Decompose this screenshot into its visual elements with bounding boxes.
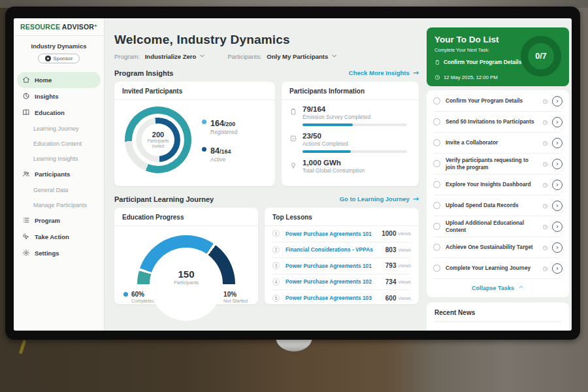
completed-dot-icon — [123, 292, 128, 297]
program-insights-header: Program Insights Check More Insights → — [114, 69, 419, 77]
stat-global-consumption: 1,000 GWh Total Global Consumption — [289, 159, 410, 174]
sidebar-item-home[interactable]: Home — [17, 72, 101, 88]
lesson-link[interactable]: Power Purchase Agreements 101 — [286, 231, 382, 237]
people-icon — [22, 170, 30, 179]
go-to-learning-journey-link[interactable]: Go to Learning Journey → — [340, 195, 419, 203]
clock-icon — [542, 137, 548, 149]
lesson-views: 734 — [385, 278, 397, 286]
lesson-row-3[interactable]: 3 Power Purchase Agreements 101 793 view… — [272, 258, 411, 274]
check-more-insights-link[interactable]: Check More Insights → — [349, 69, 419, 77]
brand-name-2: ADVISOR — [62, 23, 94, 31]
task-label: Send 50 Invitations to Participants — [446, 118, 539, 125]
brand-name-1: RESOURCE — [20, 23, 60, 31]
sidebar-item-insights[interactable]: Insights — [14, 88, 104, 105]
lesson-row-2[interactable]: 2 Financial Considerations - VPPAs 803 v… — [272, 242, 411, 259]
sidebar-item-learning-journey[interactable]: Learning Journey — [14, 121, 104, 136]
chevron-up-icon — [518, 284, 524, 291]
active-label: Active — [210, 156, 231, 163]
sidebar-item-education-content[interactable]: Education Content — [14, 136, 104, 151]
task-label: Invite a Collaborator — [446, 139, 539, 146]
registered-value: 164 — [210, 119, 224, 128]
task-go-button[interactable]: › — [552, 221, 563, 232]
sidebar-item-settings[interactable]: Settings — [14, 245, 104, 261]
task-label: Explore Your Insights Dashboard — [446, 181, 539, 188]
task-checkbox[interactable] — [433, 181, 440, 188]
task-row-8[interactable]: Achieve One Sustainability Target › — [433, 237, 563, 258]
task-go-button[interactable]: › — [552, 180, 563, 190]
task-checkbox[interactable] — [433, 265, 440, 272]
org-name: Industry Dynamics — [14, 42, 104, 50]
registered-label: Registered — [210, 129, 237, 135]
pie-chart-icon — [22, 92, 30, 101]
task-row-1[interactable]: Confirm Your Program Details › — [433, 91, 563, 112]
clock-icon — [542, 179, 548, 191]
views-word: views — [399, 279, 412, 285]
lesson-row-1[interactable]: 1 Power Purchase Agreements 101 1000 vie… — [272, 226, 411, 242]
rank-badge: 2 — [272, 246, 280, 253]
lesson-row-4[interactable]: 4 Power Purchase Agreements 102 734 view… — [272, 274, 411, 291]
task-row-7[interactable]: Upload Additional Educational Content › — [433, 216, 563, 237]
clipboard-icon — [434, 56, 440, 68]
stat-actions-completed: 23/50 Actions Completed — [289, 132, 410, 153]
lesson-row-5[interactable]: 5 Power Purchase Agreements 103 600 view… — [272, 290, 411, 306]
task-row-5[interactable]: Explore Your Insights Dashboard › — [433, 174, 563, 195]
task-checkbox[interactable] — [433, 202, 440, 209]
task-checkbox[interactable] — [433, 118, 440, 125]
collapse-tasks-link[interactable]: Collapse Tasks — [433, 279, 563, 297]
participants-filter: Participants: Only My Participants — [227, 53, 337, 60]
emission-survey-value: 79/164 — [302, 105, 407, 113]
sidebar-item-label: Participants — [35, 171, 70, 178]
task-checkbox[interactable] — [433, 244, 440, 251]
task-go-button[interactable]: › — [552, 263, 563, 274]
task-checkbox[interactable] — [433, 97, 440, 105]
sidebar-item-take-action[interactable]: Take Action — [14, 229, 104, 245]
sidebar-item-label: Program — [35, 217, 60, 224]
task-row-9[interactable]: Complete Your Learning Journey › — [433, 258, 563, 279]
gauge-label: Participants — [137, 280, 235, 286]
sidebar-item-education[interactable]: Education — [14, 105, 104, 121]
sidebar-item-program[interactable]: Program — [14, 212, 104, 229]
sidebar-item-general-data[interactable]: General Data — [14, 182, 104, 197]
todo-counter: 0/7 — [535, 52, 546, 61]
todo-column: Your To Do List Complete Your Next Task:… — [427, 18, 572, 331]
invited-label-line2: Invited — [152, 144, 165, 149]
task-row-4[interactable]: Verify participants requesting to join t… — [433, 154, 563, 174]
brand-plus: + — [94, 23, 97, 29]
task-row-6[interactable]: Upload Spend Data Records › — [433, 195, 563, 216]
education-progress-title: Education Progress — [114, 208, 258, 226]
learning-journey-header: Participant Learning Journey Go to Learn… — [114, 195, 419, 203]
lesson-views: 793 — [385, 262, 397, 269]
lesson-link[interactable]: Financial Considerations - VPPAs — [286, 246, 385, 253]
invited-label-line1: Participants — [148, 139, 169, 144]
task-row-2[interactable]: Send 50 Invitations to Participants › — [433, 112, 563, 133]
task-checkbox[interactable] — [433, 223, 440, 230]
home-icon — [22, 76, 30, 85]
sidebar-item-label: Settings — [35, 250, 59, 257]
actions-completed-label: Actions Completed — [302, 140, 407, 147]
lesson-link[interactable]: Power Purchase Agreements 101 — [286, 263, 385, 269]
sidebar-item-manage-participants[interactable]: Manage Participants — [14, 197, 104, 212]
task-go-button[interactable]: › — [552, 138, 563, 148]
participants-dropdown[interactable]: Only My Participants — [267, 53, 337, 60]
lesson-link[interactable]: Power Purchase Agreements 103 — [286, 295, 385, 301]
registered-dot-icon — [202, 120, 206, 124]
learning-cards-row: Education Progress 150 Participants — [114, 208, 419, 304]
task-go-button[interactable]: › — [552, 96, 563, 106]
task-go-button[interactable]: › — [552, 242, 563, 253]
sidebar-item-participants[interactable]: Participants — [14, 166, 104, 182]
program-dropdown[interactable]: Industrialize Zero — [145, 53, 206, 60]
lesson-link[interactable]: Power Purchase Agreements 102 — [286, 278, 385, 285]
task-go-button[interactable]: › — [552, 201, 563, 211]
task-go-button[interactable]: › — [552, 117, 563, 127]
sidebar-item-learning-insights[interactable]: Learning Insights — [14, 151, 104, 166]
sidebar-item-label: Take Action — [35, 233, 69, 240]
task-checkbox[interactable] — [433, 139, 440, 146]
tasks-panel: Confirm Your Program Details › Send 50 I… — [427, 90, 569, 297]
legend-active: 84/164 Active — [202, 144, 237, 163]
task-label: Achieve One Sustainability Target — [446, 244, 539, 251]
task-checkbox[interactable] — [433, 160, 440, 167]
gauge-count: 150 — [137, 269, 235, 280]
global-consumption-label: Total Global Consumption — [302, 167, 365, 174]
task-row-3[interactable]: Invite a Collaborator › — [433, 133, 563, 154]
task-go-button[interactable]: › — [552, 159, 563, 169]
